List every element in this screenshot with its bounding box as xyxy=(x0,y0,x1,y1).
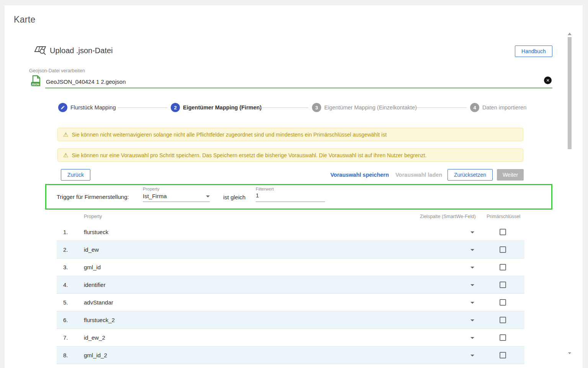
trigger-operator: ist gleich xyxy=(223,194,245,200)
row-index: 7. xyxy=(63,334,68,341)
primary-key-checkbox[interactable] xyxy=(500,299,506,306)
row-index: 8. xyxy=(63,352,68,358)
row-property: advStandar xyxy=(84,299,113,306)
warning-text: Sie können nicht weiternavigieren solang… xyxy=(72,132,387,138)
chevron-down-icon[interactable] xyxy=(470,337,474,339)
filter-input-underline xyxy=(256,202,325,202)
step-number: 4 xyxy=(470,103,479,112)
column-header-property: Property xyxy=(84,214,102,219)
step-number: 2 xyxy=(171,103,180,112)
scrollbar-down-arrow-icon[interactable] xyxy=(568,352,571,354)
warning-triangle-icon: ⚠ xyxy=(63,132,68,137)
page: Karte Upload .json-Datei Handbuch Geojso… xyxy=(0,0,588,368)
table-row: 4. identifier xyxy=(57,276,524,294)
row-property: id_ew_2 xyxy=(84,334,105,341)
page-title: Karte xyxy=(14,15,35,25)
table-row: 3. gml_id xyxy=(57,259,524,276)
step-label: Flurstück Mapping xyxy=(70,104,116,111)
chevron-down-icon[interactable] xyxy=(206,195,210,197)
table-row: 5. advStandar xyxy=(57,294,524,311)
chevron-down-icon[interactable] xyxy=(470,249,474,251)
primary-key-checkbox[interactable] xyxy=(500,246,506,253)
table-row: 8. gml_id_2 xyxy=(57,347,524,364)
row-index: 6. xyxy=(63,317,68,323)
row-index: 5. xyxy=(63,299,68,306)
table-row: 6. flurstueck_2 xyxy=(57,311,524,329)
primary-key-checkbox[interactable] xyxy=(500,282,506,288)
file-underline xyxy=(45,88,552,88)
primary-key-checkbox[interactable] xyxy=(500,317,506,323)
step-label: Eigentümer Mapping (Einzelkontakte) xyxy=(324,104,417,111)
table-row: 7. id_ew_2 xyxy=(57,329,524,347)
filter-input[interactable] xyxy=(256,192,325,199)
json-badge-text: JSON xyxy=(31,83,39,86)
primary-key-checkbox[interactable] xyxy=(500,229,506,235)
pencil-icon xyxy=(58,103,67,112)
table-row: 1. flurstueck xyxy=(57,223,524,241)
row-index: 4. xyxy=(63,282,68,288)
save-preset-button[interactable]: Vorauswahl speichern xyxy=(330,172,389,178)
back-button[interactable]: Zurück xyxy=(61,169,90,181)
handbuch-button[interactable]: Handbuch xyxy=(515,46,552,57)
step-number: 3 xyxy=(312,103,321,112)
row-property: gml_id_2 xyxy=(84,352,107,358)
warning-triangle-icon: ⚠ xyxy=(63,152,68,158)
row-property: id_ew xyxy=(84,246,99,253)
load-preset-button[interactable]: Vorauswahl laden xyxy=(395,172,442,178)
stepper-step-eigentuemer-firmen[interactable]: 2 Eigentümer Mapping (Firmen) xyxy=(171,103,261,112)
stepper-connector xyxy=(416,107,467,108)
json-file-icon: JSON xyxy=(31,75,41,89)
warning-banner-vorauswahl: ⚠ Sie können nur eine Vorauswahl pro Sch… xyxy=(57,148,523,162)
table-row: 2. id_ew xyxy=(57,241,524,259)
chevron-down-icon[interactable] xyxy=(470,355,474,357)
step-label: Daten importieren xyxy=(482,104,526,111)
row-property: gml_id xyxy=(84,264,101,270)
stepper-connector xyxy=(118,107,168,108)
row-property: flurstueck_2 xyxy=(84,317,115,323)
map-search-icon xyxy=(34,45,48,58)
chevron-down-icon[interactable] xyxy=(470,284,474,286)
column-header-target: Zielspalte (SmartWe-Feld) xyxy=(420,214,476,219)
table-body: 1. flurstueck 2. id_ew 3. gml_id 4. iden… xyxy=(57,223,524,364)
file-field-label: Geojson-Datei verarbeiten xyxy=(29,68,85,73)
row-property: flurstueck xyxy=(84,229,108,235)
file-name: GeoJSON_040424 1 2.geojson xyxy=(46,78,126,85)
stepper-step-eigentuemer-einzelkontakte[interactable]: 3 Eigentümer Mapping (Einzelkontakte) xyxy=(312,103,417,112)
warning-text: Sie können nur eine Vorauswahl pro Schri… xyxy=(72,152,426,158)
scrollbar-up-arrow-icon[interactable] xyxy=(568,33,572,35)
primary-key-checkbox[interactable] xyxy=(500,334,506,341)
section-title: Upload .json-Datei xyxy=(50,46,113,55)
reset-button[interactable]: Zurücksetzen xyxy=(448,169,493,181)
row-index: 2. xyxy=(63,246,68,253)
row-index: 1. xyxy=(63,229,68,235)
property-select[interactable]: Ist_Firma xyxy=(143,193,167,199)
next-button[interactable]: Weiter xyxy=(497,169,524,181)
warning-banner-navigation: ⚠ Sie können nicht weiternavigieren sola… xyxy=(57,128,523,141)
chevron-down-icon[interactable] xyxy=(470,267,474,269)
property-select-underline xyxy=(143,202,210,202)
stepper-step-daten-importieren[interactable]: 4 Daten importieren xyxy=(470,103,526,112)
chevron-down-icon[interactable] xyxy=(470,231,474,233)
chevron-down-icon[interactable] xyxy=(470,302,474,304)
stepper-step-flurstueck-mapping[interactable]: Flurstück Mapping xyxy=(58,103,116,112)
filter-input-label: Filterwert xyxy=(256,187,274,191)
scrollbar-thumb[interactable] xyxy=(568,37,572,149)
primary-key-checkbox[interactable] xyxy=(500,264,506,270)
primary-key-checkbox[interactable] xyxy=(500,352,506,358)
chevron-down-icon[interactable] xyxy=(470,319,474,321)
stepper-connector xyxy=(258,107,309,108)
row-property: identifier xyxy=(84,282,106,288)
property-select-label: Property xyxy=(143,187,159,191)
close-circle-icon[interactable]: ✕ xyxy=(544,77,552,84)
trigger-firmenerstellung-section: Trigger für Firmenerstellung: Property I… xyxy=(45,184,552,210)
step-label: Eigentümer Mapping (Firmen) xyxy=(183,104,261,111)
row-index: 3. xyxy=(63,264,68,270)
trigger-label: Trigger für Firmenerstellung: xyxy=(57,194,129,200)
column-header-primary: Primärschlüssel xyxy=(487,214,520,219)
